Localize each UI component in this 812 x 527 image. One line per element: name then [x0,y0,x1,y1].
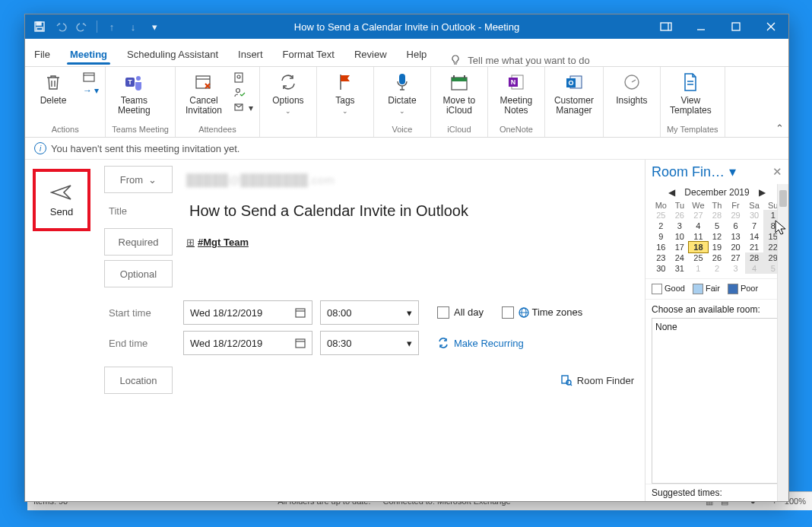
tab-meeting[interactable]: Meeting [68,44,109,66]
calendar-day[interactable]: 3 [671,221,690,231]
calendar-day[interactable]: 27 [689,210,708,221]
calendar-day[interactable]: 24 [671,252,690,263]
calendar-day[interactable]: 25 [689,252,708,263]
start-time-picker[interactable]: 08:00▾ [320,300,419,325]
calendar-day[interactable]: 10 [671,231,690,242]
optional-button[interactable]: Optional [104,260,173,287]
qat-up-icon[interactable]: ↑ [105,20,119,33]
pane-close-icon[interactable]: ✕ [772,165,782,179]
forward-small-icon[interactable]: → ▾ [83,85,99,96]
make-recurring-link[interactable]: Make Recurring [437,337,524,349]
delete-button[interactable]: Delete [31,70,75,107]
ribbon-tabs: File Meeting Scheduling Assistant Insert… [25,39,788,67]
required-button[interactable]: Required [104,228,173,256]
tab-review[interactable]: Review [353,44,389,66]
collapse-ribbon-icon[interactable]: ⌃ [776,122,784,134]
view-templates-button[interactable]: View Templates [667,70,715,117]
calendar-day[interactable]: 4 [689,221,708,231]
calendar-day[interactable]: 16 [652,242,671,252]
tab-file[interactable]: File [33,44,52,66]
calendar-day[interactable]: 26 [708,252,727,263]
calendar-day[interactable]: 4 [745,263,764,274]
customer-manager-button[interactable]: O Customer Manager [551,70,597,117]
save-icon[interactable] [33,20,46,33]
calendar-day[interactable]: 19 [708,242,727,252]
calendar-day[interactable]: 20 [726,242,745,252]
calendar-day[interactable]: 21 [745,242,764,252]
calendar-day[interactable]: 11 [689,231,708,242]
calendar-day[interactable]: 18 [689,242,708,252]
tab-scheduling[interactable]: Scheduling Assistant [125,44,220,66]
optional-input[interactable] [180,261,634,287]
calendar-day[interactable]: 1 [689,263,708,274]
calendar-day[interactable]: 9 [652,231,671,242]
cancel-invitation-button[interactable]: Cancel Invitation [182,70,226,117]
calendar-day[interactable]: 28 [708,210,727,221]
pane-dropdown-icon[interactable]: ▾ [729,163,736,180]
calendar-day[interactable]: 12 [708,231,727,242]
dictate-button[interactable]: Dictate⌄ [380,70,424,116]
insights-button[interactable]: Insights [610,70,654,107]
time-zones-checkbox[interactable]: Time zones [502,306,582,319]
tell-me-search[interactable]: Tell me what you want to do [449,54,589,66]
mini-calendar[interactable]: ◀ December 2019 ▶ MoTuWeThFrSaSu25262728… [645,184,788,278]
calendar-day[interactable]: 26 [671,210,690,221]
undo-icon[interactable] [54,20,68,33]
calendar-day[interactable]: 2 [652,221,671,231]
calendar-day[interactable]: 29 [726,210,745,221]
send-button[interactable]: Send [33,169,90,231]
calendar-day[interactable]: 30 [652,263,671,274]
title-input[interactable]: How to Send a Calendar Invite in Outlook [189,202,468,220]
calendar-small-icon[interactable] [83,71,99,82]
check-names-icon[interactable] [233,87,253,99]
calendar-day[interactable]: 23 [652,252,671,263]
tab-insert[interactable]: Insert [236,44,265,66]
globe-icon [519,307,529,318]
prev-month-icon[interactable]: ◀ [668,187,675,198]
calendar-day[interactable]: 5 [708,221,727,231]
ribbon-display-icon[interactable] [649,14,684,39]
calendar-day[interactable]: 27 [726,252,745,263]
response-options-icon[interactable]: ▾ [233,102,253,114]
tags-button[interactable]: Tags⌄ [323,70,367,116]
calendar-day[interactable]: 17 [671,242,690,252]
calendar-day[interactable]: 31 [671,263,690,274]
templates-icon [682,72,699,92]
maximize-button[interactable] [718,14,753,39]
calendar-day[interactable]: 6 [726,221,745,231]
end-time-picker[interactable]: 08:30▾ [320,331,419,355]
next-month-icon[interactable]: ▶ [759,187,766,198]
calendar-day[interactable]: 3 [726,263,745,274]
options-button[interactable]: Options⌄ [266,70,310,116]
tab-format[interactable]: Format Text [281,44,336,66]
qat-customize-icon[interactable]: ▾ [147,20,161,33]
calendar-day[interactable]: 28 [745,252,764,263]
move-to-icloud-button[interactable]: Move to iCloud [437,70,481,117]
meeting-notes-button[interactable]: N Meeting Notes [494,70,538,117]
available-room-list[interactable]: None [652,318,782,484]
svg-rect-23 [399,74,405,84]
calendar-day[interactable]: 25 [652,210,671,221]
from-button[interactable]: From ⌄ [104,166,173,193]
calendar-day[interactable]: 7 [745,221,764,231]
close-button[interactable] [753,14,788,39]
svg-rect-37 [296,309,305,317]
tab-help[interactable]: Help [405,44,429,66]
location-button[interactable]: Location [104,367,173,394]
calendar-day[interactable]: 2 [708,263,727,274]
end-date-picker[interactable]: Wed 18/12/2019 [183,331,312,355]
location-input[interactable] [180,367,553,393]
address-book-icon[interactable] [233,71,253,84]
start-date-picker[interactable]: Wed 18/12/2019 [183,300,312,325]
calendar-day[interactable]: 30 [745,210,764,221]
qat-down-icon[interactable]: ↓ [126,20,140,33]
room-finder-button[interactable]: Room Finder [560,374,634,386]
required-attendee[interactable]: ⊞#Mgt Team [186,237,249,248]
all-day-checkbox[interactable]: All day [437,306,484,319]
flag-icon [338,73,353,91]
calendar-day[interactable]: 13 [726,231,745,242]
teams-meeting-button[interactable]: T Teams Meeting [112,70,156,117]
minimize-button[interactable] [684,14,718,39]
calendar-day[interactable]: 14 [745,231,764,242]
redo-icon[interactable] [75,20,89,33]
